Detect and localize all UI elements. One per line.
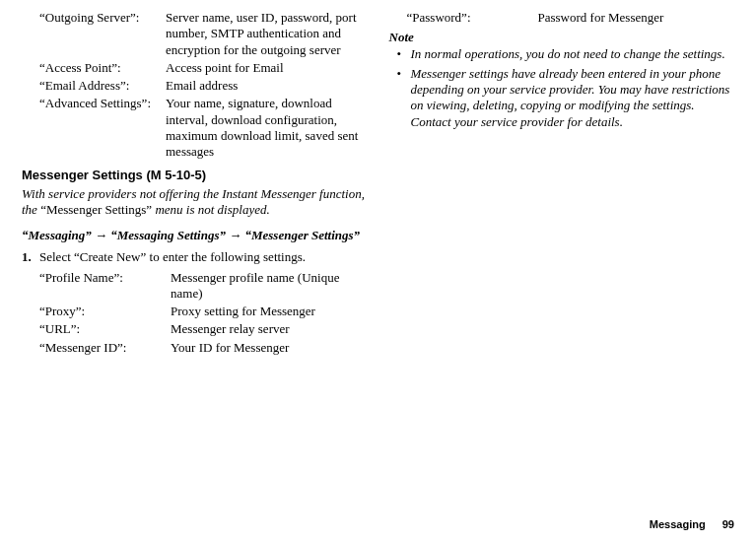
- note-item: Messenger settings have already been ent…: [401, 66, 735, 130]
- setting-row: “Proxy”: Proxy setting for Messenger: [39, 304, 368, 319]
- setting-row: “Access Point”: Access point for Email: [39, 60, 368, 76]
- setting-label: “Profile Name”:: [39, 270, 171, 286]
- setting-label: “Advanced Settings”:: [39, 96, 166, 111]
- settings-list-1: “Outgoing Server”: Server name, user ID,…: [22, 10, 368, 160]
- setting-label: “URL”:: [39, 321, 171, 337]
- setting-row: “Email Address”: Email address: [39, 78, 368, 94]
- section-intro: With service providers not offering the …: [22, 186, 368, 219]
- left-column: “Outgoing Server”: Server name, user ID,…: [22, 10, 368, 358]
- setting-label: “Email Address”:: [39, 78, 166, 94]
- heading-suffix: (M 5-10-5): [143, 168, 206, 182]
- setting-desc: Access point for Email: [166, 60, 368, 76]
- setting-label: “Proxy”:: [39, 304, 171, 319]
- note-item: In normal operations, you do not need to…: [401, 46, 735, 62]
- intro-quote: “Messenger Settings”: [40, 202, 152, 217]
- setting-desc: Messenger profile name (Unique name): [171, 270, 368, 303]
- settings-list-3: “Password”: Password for Messenger: [389, 10, 735, 26]
- setting-desc: Proxy setting for Messenger: [171, 304, 368, 319]
- setting-desc: Password for Messenger: [538, 10, 735, 26]
- setting-row: “Outgoing Server”: Server name, user ID,…: [39, 10, 368, 58]
- step-number: 1.: [22, 249, 39, 265]
- step-text: Select “Create New” to enter the followi…: [39, 249, 306, 264]
- page-body: “Outgoing Server”: Server name, user ID,…: [0, 0, 756, 358]
- setting-label: “Outgoing Server”:: [39, 10, 166, 26]
- setting-desc: Your ID for Messenger: [171, 340, 368, 356]
- note-list: In normal operations, you do not need to…: [389, 46, 735, 130]
- setting-label: “Password”:: [407, 10, 538, 26]
- setting-desc: Messenger relay server: [171, 321, 368, 337]
- settings-list-2: “Profile Name”: Messenger profile name (…: [39, 270, 368, 356]
- page-footer: Messaging 99: [650, 518, 734, 532]
- heading-text: Messenger Settings: [22, 168, 143, 182]
- setting-label: “Messenger ID”:: [39, 340, 171, 356]
- intro-part-b: menu is not displayed.: [152, 202, 270, 217]
- section-heading: Messenger Settings (M 5-10-5): [22, 168, 368, 183]
- setting-row: “Password”: Password for Messenger: [407, 10, 735, 26]
- setting-row: “URL”: Messenger relay server: [39, 321, 368, 337]
- setting-row: “Messenger ID”: Your ID for Messenger: [39, 340, 368, 356]
- setting-desc: Server name, user ID, password, port num…: [166, 10, 368, 58]
- step-row: 1.Select “Create New” to enter the follo…: [22, 249, 368, 265]
- setting-row: “Profile Name”: Messenger profile name (…: [39, 270, 368, 303]
- right-column: “Password”: Password for Messenger Note …: [389, 10, 735, 358]
- setting-desc: Your name, signature, download interval,…: [166, 96, 368, 160]
- footer-page-number: 99: [722, 518, 734, 530]
- setting-desc: Email address: [166, 78, 368, 94]
- footer-section: Messaging: [650, 518, 706, 530]
- setting-row: “Advanced Settings”: Your name, signatur…: [39, 96, 368, 160]
- nav-path: “Messaging” → “Messaging Settings” → “Me…: [22, 228, 368, 243]
- setting-label: “Access Point”:: [39, 60, 166, 76]
- note-heading: Note: [389, 30, 735, 45]
